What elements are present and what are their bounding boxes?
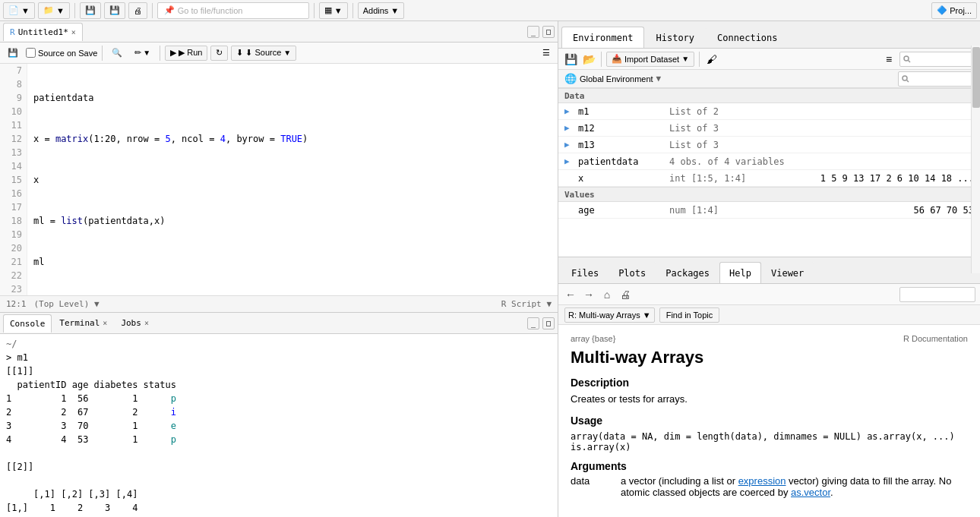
jobs-tab-close[interactable]: × xyxy=(144,319,149,327)
editor-minimize-button[interactable]: _ xyxy=(527,26,539,38)
addins-button[interactable]: Addins ▼ xyxy=(358,2,405,19)
data-arg-label: data xyxy=(571,475,609,498)
viewer-tab[interactable]: Viewer xyxy=(761,262,814,283)
forward-button[interactable]: → xyxy=(581,287,596,302)
env-row-patientdata[interactable]: ▶ patientdata 4 obs. of 4 variables xyxy=(558,153,980,170)
packages-tab-label: Packages xyxy=(665,268,710,279)
source-on-save-label[interactable]: Source on Save xyxy=(26,48,97,58)
console-working-dir: ~/ xyxy=(6,337,552,351)
env-row-m12[interactable]: ▶ m12 List of 3 xyxy=(558,120,980,137)
line-num-10: 10 xyxy=(0,105,22,118)
data-arg-text: a vector (including a list or expression… xyxy=(621,475,951,498)
connections-tab[interactable]: Connections xyxy=(706,27,789,48)
editor-sep-1 xyxy=(102,46,103,61)
editor-sep-2 xyxy=(160,46,160,61)
editor-save-btn[interactable]: 💾 xyxy=(3,46,23,61)
project-icon: 🔷 xyxy=(937,5,947,15)
run-arrow-icon: ▶ xyxy=(170,48,176,58)
toolbar-separator-2 xyxy=(152,3,153,18)
help-title: Multi-way Arrays xyxy=(571,348,968,367)
package-line: array {base} R Documentation xyxy=(571,334,968,343)
files-tab[interactable]: Files xyxy=(561,262,609,283)
source-button[interactable]: ⬇ ⬇ Source ▼ xyxy=(231,46,296,61)
environment-tab[interactable]: Environment xyxy=(561,27,644,48)
code-tools-button[interactable]: ✏ ▼ xyxy=(130,46,155,61)
code-content[interactable]: patientdata x = matrix(1:20, nrow = 5, n… xyxy=(27,64,558,295)
env-table: Data ▶ m1 List of 2 ▶ m12 List of 3 ▶ m xyxy=(558,88,980,257)
env-row-x[interactable]: x int [1:5, 1:4] 1 5 9 13 17 2 6 10 14 1… xyxy=(558,170,980,187)
code-line-10: ml = list(patientdata,x) xyxy=(33,214,552,228)
topic-dropdown[interactable]: R: Multi-way Arrays ▼ xyxy=(564,307,655,323)
find-in-topic-button[interactable]: Find in Topic xyxy=(659,307,720,323)
env-row-m13[interactable]: ▶ m13 List of 3 xyxy=(558,137,980,153)
env-load-button[interactable]: 📂 xyxy=(581,52,596,67)
open-file-button[interactable]: 📁 ▼ xyxy=(38,2,70,19)
save-icon: 💾 xyxy=(85,5,96,15)
source-on-save-checkbox[interactable] xyxy=(26,48,36,58)
help-tab[interactable]: Help xyxy=(719,262,761,283)
env-load-icon: 📂 xyxy=(583,53,596,65)
console-maximize-button[interactable]: □ xyxy=(542,317,555,329)
env-brush-button[interactable]: 🖌 xyxy=(704,52,719,67)
terminal-tab-label: Terminal xyxy=(59,318,100,328)
console-tab-terminal[interactable]: Terminal × xyxy=(53,314,113,333)
console-minimize-button[interactable]: _ xyxy=(527,317,539,329)
run-button[interactable]: ▶ ▶ Run xyxy=(165,46,207,61)
line-num-13: 13 xyxy=(0,146,22,159)
save-all-button[interactable]: 💾 xyxy=(104,2,125,19)
find-button[interactable]: 🔍 xyxy=(107,46,127,61)
env-row-age[interactable]: age num [1:4] 56 67 70 53 xyxy=(558,202,980,219)
env-row-m1[interactable]: ▶ m1 List of 2 xyxy=(558,103,980,120)
console-content[interactable]: ~/ > m1 [[1]] patientID age diabetes sta… xyxy=(0,334,558,517)
as-vector-link[interactable]: as.vector xyxy=(791,487,830,498)
plots-tab[interactable]: Plots xyxy=(609,262,656,283)
console-prompt-line: > m1 xyxy=(6,351,552,364)
console-tab-jobs[interactable]: Jobs × xyxy=(115,314,155,333)
code-editor[interactable]: 7 8 9 10 11 12 13 14 15 16 17 18 19 20 2… xyxy=(0,64,558,295)
editor-maximize-button[interactable]: □ xyxy=(542,26,555,38)
env-tab-bar: Environment History Connections xyxy=(558,21,980,49)
env-save-button[interactable]: 💾 xyxy=(563,52,578,67)
editor-section: R Untitled1* × _ □ 💾 Source on Save xyxy=(0,21,558,312)
import-dataset-button[interactable]: 📥 Import Dataset ▼ xyxy=(606,52,694,67)
home-button[interactable]: ⌂ xyxy=(599,287,615,302)
console-output: [[1]] patientID age diabetes status 1 1 … xyxy=(6,364,552,517)
r-file-icon: R xyxy=(10,27,15,37)
back-button[interactable]: ← xyxy=(563,287,578,302)
save-button[interactable]: 💾 xyxy=(80,2,101,19)
editor-tab-close[interactable]: × xyxy=(71,28,76,36)
env-menu-button[interactable]: ≡ xyxy=(881,52,896,67)
env-search-input[interactable] xyxy=(899,52,975,67)
project-button[interactable]: 🔷 Proj... xyxy=(931,2,977,19)
terminal-tab-close[interactable]: × xyxy=(103,319,107,327)
editor-menu-button[interactable]: ☰ xyxy=(538,46,555,61)
line-num-23: 23 xyxy=(0,282,22,295)
save-all-icon: 💾 xyxy=(109,5,120,15)
print-button[interactable]: 🖨 xyxy=(128,2,147,19)
globe-icon: 🌐 xyxy=(564,73,577,84)
line-num-21: 21 xyxy=(0,255,22,269)
rerun-icon: ↻ xyxy=(216,48,223,58)
rerun-button[interactable]: ↻ xyxy=(210,46,228,61)
line-numbers: 7 8 9 10 11 12 13 14 15 16 17 18 19 20 2… xyxy=(0,64,27,295)
console-tab-console[interactable]: Console xyxy=(3,314,52,333)
env-search-input-2[interactable] xyxy=(898,71,974,87)
global-env-arrow[interactable]: ▼ xyxy=(656,74,662,84)
expression-link[interactable]: expression xyxy=(738,475,786,487)
files-tab-label: Files xyxy=(571,268,599,279)
editor-tab-controls: _ □ xyxy=(527,26,555,38)
code-line-7: patientdata xyxy=(33,91,552,105)
print-help-button[interactable]: 🖨 xyxy=(618,287,633,302)
editor-tab-untitled1[interactable]: R Untitled1* × xyxy=(3,23,83,41)
go-to-file-input[interactable]: 📌 Go to file/function xyxy=(157,2,309,19)
editor-tab-bar: R Untitled1* × _ □ xyxy=(0,21,558,43)
new-file-button[interactable]: 📄 ▼ xyxy=(3,2,35,19)
line-num-12: 12 xyxy=(0,132,22,146)
r-multiway-bar: R: Multi-way Arrays ▼ Find in Topic xyxy=(558,305,980,325)
help-search-input[interactable] xyxy=(899,287,975,302)
history-tab[interactable]: History xyxy=(644,27,706,48)
packages-tab[interactable]: Packages xyxy=(656,262,719,283)
help-content: array {base} R Documentation Multi-way A… xyxy=(558,325,980,517)
grid-button[interactable]: ▦ ▼ xyxy=(319,2,348,19)
home-icon: ⌂ xyxy=(604,288,610,301)
